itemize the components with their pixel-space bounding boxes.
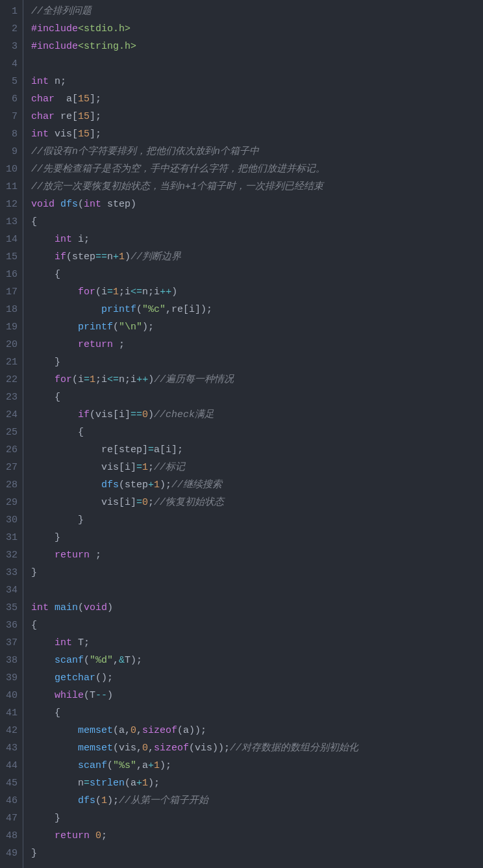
- code-token: ();: [95, 672, 113, 683]
- code-line: void dfs(int step): [31, 196, 483, 213]
- code-line: #include<string.h>: [31, 38, 483, 55]
- line-number: 23: [3, 389, 18, 406]
- code-line: printf("\n");: [31, 318, 483, 336]
- code-token: vis[i]: [31, 497, 136, 508]
- code-token: [31, 725, 78, 736]
- code-token: "%s": [113, 760, 136, 771]
- code-token: 15: [78, 129, 90, 140]
- code-token: [49, 602, 55, 613]
- code-token: +: [136, 778, 142, 789]
- code-token: [31, 690, 55, 701]
- code-line: }: [31, 564, 483, 581]
- code-token: {: [31, 392, 60, 403]
- code-token: [31, 339, 78, 350]
- code-token: &: [119, 655, 125, 666]
- code-token: [31, 374, 55, 385]
- code-token: step): [101, 199, 136, 210]
- code-token: (: [78, 199, 84, 210]
- code-token: dfs: [101, 479, 119, 491]
- code-token: ];: [90, 129, 101, 140]
- code-line: re[step]=a[i];: [31, 441, 483, 459]
- code-token: [31, 743, 78, 754]
- code-line: memset(a,0,sizeof(a));: [31, 722, 483, 739]
- code-token: return: [78, 339, 113, 350]
- line-number: 33: [3, 564, 18, 581]
- code-token: }: [31, 532, 60, 543]
- code-token: [31, 760, 78, 771]
- code-token: "%d": [90, 655, 113, 666]
- line-number: 8: [3, 125, 18, 143]
- code-token: char: [31, 111, 55, 122]
- code-token: vis[: [49, 129, 78, 140]
- code-line: scanf("%s",a+1);: [31, 757, 483, 774]
- code-line: int vis[15];: [31, 125, 483, 143]
- code-token: ,a: [136, 760, 148, 771]
- code-token: ,: [113, 655, 119, 666]
- code-token: n;i: [119, 374, 136, 385]
- code-line: if(step==n+1)//判断边界: [31, 248, 483, 266]
- code-line: {: [31, 617, 483, 634]
- code-token: (i: [95, 287, 107, 298]
- code-line: int n;: [31, 73, 483, 90]
- line-number: 25: [3, 424, 18, 441]
- code-line: char re[15];: [31, 108, 483, 125]
- code-token: =: [136, 462, 142, 473]
- line-number: 40: [3, 687, 18, 704]
- code-token: //先要检查箱子是否为空，手中还有什么字符，把他们放进并标记。: [31, 164, 325, 175]
- code-line: return ;: [31, 546, 483, 564]
- code-line: [31, 581, 483, 599]
- code-token: #include: [31, 41, 78, 52]
- code-token: ==: [95, 251, 107, 262]
- code-line: for(i=1;i<=n;i++): [31, 283, 483, 301]
- code-token: ;: [90, 550, 101, 561]
- code-token: [31, 795, 78, 806]
- code-token: ;: [148, 462, 154, 473]
- code-token: );: [160, 760, 171, 771]
- line-number: 46: [3, 792, 18, 810]
- line-number: 6: [3, 90, 18, 108]
- code-token: //判断边界: [130, 251, 181, 262]
- code-token: {: [31, 620, 37, 631]
- code-token: 15: [78, 111, 90, 122]
- code-token: "%c": [142, 304, 166, 315]
- code-token: getchar: [55, 672, 95, 683]
- code-token: <stdio.h>: [78, 23, 130, 34]
- code-token: [31, 287, 78, 298]
- code-token: int: [31, 129, 49, 140]
- code-token: 0: [142, 743, 148, 754]
- code-token: int: [84, 199, 101, 210]
- code-token: ,: [148, 743, 154, 754]
- code-token: +: [148, 479, 154, 491]
- code-line: printf("%c",re[i]);: [31, 301, 483, 318]
- code-token: ;i: [119, 287, 130, 298]
- code-line: return 0;: [31, 827, 483, 845]
- line-number: 42: [3, 722, 18, 739]
- code-line: #include<stdio.h>: [31, 20, 483, 38]
- code-token: {: [31, 216, 37, 227]
- code-token: (: [84, 655, 90, 666]
- code-token: ): [125, 251, 130, 262]
- line-number: 41: [3, 704, 18, 722]
- line-number: 45: [3, 774, 18, 792]
- code-line: {: [31, 704, 483, 722]
- code-token: (: [113, 322, 119, 333]
- code-line: {: [31, 213, 483, 231]
- code-line: {: [31, 389, 483, 406]
- code-line: //先要检查箱子是否为空，手中还有什么字符，把他们放进并标记。: [31, 160, 483, 178]
- code-token: 1: [90, 374, 95, 385]
- line-number-gutter: 1234567891011121314151617181920212223242…: [0, 0, 23, 868]
- line-number: 18: [3, 301, 18, 318]
- code-token: 15: [78, 94, 90, 105]
- code-token: ): [171, 287, 177, 298]
- code-token: 1: [154, 479, 160, 491]
- code-token: ++: [136, 374, 148, 385]
- code-token: [31, 479, 101, 491]
- code-token: [31, 251, 55, 262]
- code-token: ): [148, 409, 154, 420]
- code-line: dfs(step+1);//继续搜索: [31, 476, 483, 494]
- line-number: 9: [3, 143, 18, 160]
- code-token: ];: [90, 111, 101, 122]
- code-token: [31, 234, 55, 245]
- code-token: [31, 830, 55, 841]
- code-token: }: [31, 567, 37, 578]
